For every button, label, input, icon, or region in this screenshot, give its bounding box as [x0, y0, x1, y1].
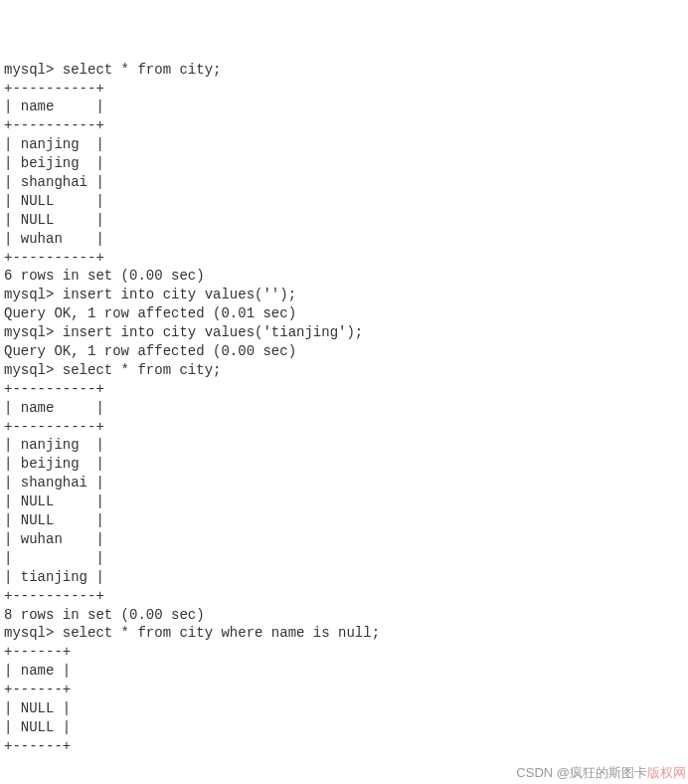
terminal-line: | NULL |	[4, 511, 688, 530]
terminal-line: | |	[4, 549, 688, 568]
watermark-left: CSDN @疯狂的斯图卡	[516, 765, 647, 780]
terminal-line: | nanjing |	[4, 135, 688, 154]
terminal-line: +------+	[4, 681, 688, 699]
terminal-line: +----------+	[4, 80, 688, 98]
terminal-line: +------+	[4, 737, 688, 756]
terminal-line: mysql> insert into city values('tianjing…	[4, 323, 688, 342]
terminal-line: | NULL |	[4, 211, 688, 230]
terminal-line: +----------+	[4, 418, 688, 437]
terminal-line: | shanghai |	[4, 474, 688, 492]
terminal-line: +----------+	[4, 587, 688, 606]
terminal-line: Query OK, 1 row affected (0.00 sec)	[4, 342, 688, 361]
terminal-line: mysql> select * from city;	[4, 361, 688, 380]
watermark: CSDN @疯狂的斯图卡版权网	[516, 764, 686, 782]
terminal-line: mysql> select * from city;	[4, 61, 688, 80]
terminal-line: mysql> select * from city where name is …	[4, 624, 688, 643]
terminal-line: | beijing |	[4, 455, 688, 474]
terminal-line: | NULL |	[4, 699, 688, 718]
terminal-line: 8 rows in set (0.00 sec)	[4, 606, 688, 625]
terminal-line: 6 rows in set (0.00 sec)	[4, 267, 688, 286]
terminal-line: | NULL |	[4, 718, 688, 737]
terminal-line: | name |	[4, 399, 688, 418]
terminal-line: | name |	[4, 98, 688, 116]
terminal-line: | tianjing |	[4, 568, 688, 587]
terminal-line: | wuhan |	[4, 230, 688, 249]
terminal-line: | NULL |	[4, 192, 688, 211]
terminal-line: +------+	[4, 643, 688, 662]
terminal-line: | wuhan |	[4, 530, 688, 549]
terminal-line: Query OK, 1 row affected (0.01 sec)	[4, 304, 688, 323]
terminal-line: | NULL |	[4, 492, 688, 511]
terminal-line: | name |	[4, 662, 688, 681]
terminal-line: | nanjing |	[4, 436, 688, 455]
mysql-terminal-output: mysql> select * from city;+----------+| …	[4, 61, 688, 756]
terminal-line: +----------+	[4, 380, 688, 399]
watermark-right: 版权网	[647, 765, 686, 780]
terminal-line: | shanghai |	[4, 173, 688, 192]
terminal-line: mysql> insert into city values('');	[4, 286, 688, 304]
terminal-line: | beijing |	[4, 154, 688, 173]
terminal-line: +----------+	[4, 116, 688, 135]
terminal-line: +----------+	[4, 249, 688, 268]
